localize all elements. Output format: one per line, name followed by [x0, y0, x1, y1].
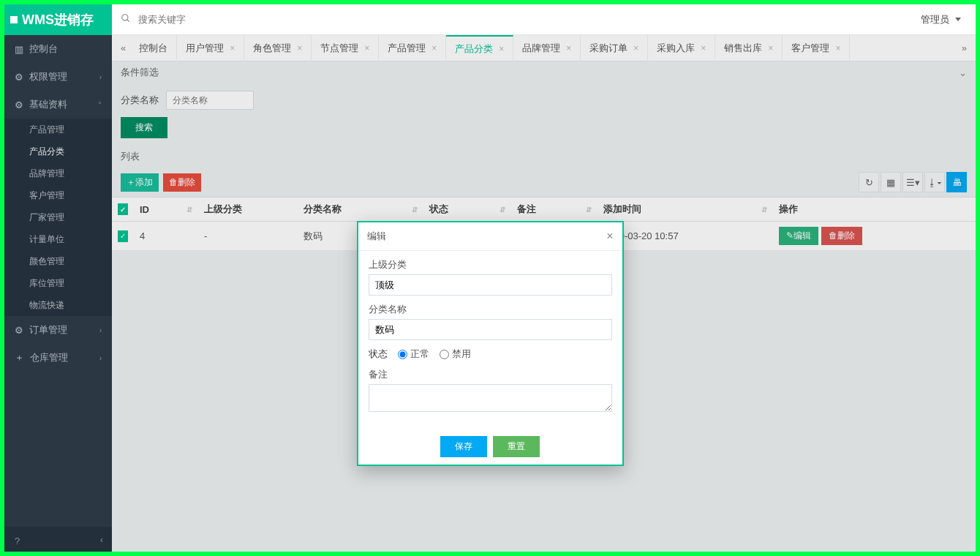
remark-label: 备注 — [369, 368, 612, 381]
radio-label: 禁用 — [452, 348, 471, 361]
status-disabled-radio[interactable] — [440, 350, 449, 359]
radio-label: 正常 — [410, 348, 429, 361]
app-logo: WMS进销存 — [4, 4, 112, 35]
status-normal-option[interactable]: 正常 — [398, 348, 429, 361]
modal-title: 编辑 — [367, 230, 386, 243]
status-normal-radio[interactable] — [398, 350, 407, 359]
status-label: 状态 — [369, 348, 388, 361]
svg-point-0 — [122, 15, 128, 20]
category-name-label: 分类名称 — [369, 303, 612, 316]
remark-textarea[interactable] — [369, 384, 612, 412]
status-disabled-option[interactable]: 禁用 — [440, 348, 471, 361]
svg-line-1 — [127, 20, 129, 22]
user-label: 管理员 — [921, 13, 949, 26]
modal-overlay: 编辑 × 上级分类 分类名称 状态 正常 禁用 — [4, 35, 976, 552]
close-icon[interactable]: × — [606, 230, 613, 243]
category-name-input[interactable] — [369, 319, 612, 340]
parent-category-input[interactable] — [369, 274, 612, 296]
global-search-input[interactable] — [131, 10, 350, 29]
caret-down-icon — [955, 18, 961, 21]
reset-button[interactable]: 重置 — [493, 436, 540, 457]
save-button[interactable]: 保存 — [440, 436, 487, 457]
search-icon — [121, 13, 131, 26]
user-menu[interactable]: 管理员 — [921, 13, 976, 26]
edit-modal: 编辑 × 上级分类 分类名称 状态 正常 禁用 — [357, 221, 624, 466]
parent-category-label: 上级分类 — [369, 258, 612, 271]
